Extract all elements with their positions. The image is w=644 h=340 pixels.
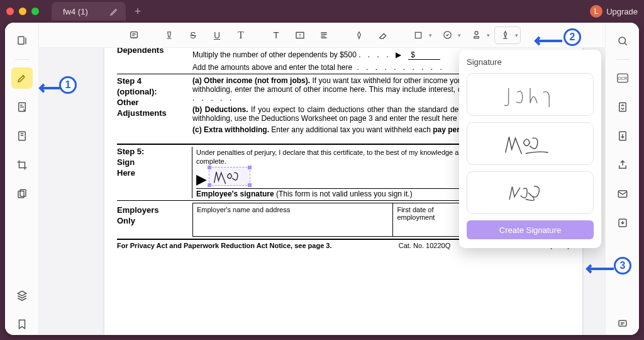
- save-icon[interactable]: [612, 212, 633, 234]
- layers-icon[interactable]: [11, 285, 33, 306]
- chevron-down-icon: ▾: [487, 32, 490, 38]
- eraser-icon[interactable]: [372, 26, 394, 44]
- svg-point-11: [619, 37, 626, 44]
- upgrade-label: Upgrade: [606, 7, 638, 16]
- pen-icon[interactable]: [348, 26, 370, 44]
- document-tab[interactable]: fw4 (1): [52, 2, 126, 21]
- chevron-down-icon: ▾: [458, 32, 461, 38]
- multiply-line: Multiply the number of other dependents …: [192, 50, 357, 59]
- add-line: Add the amounts above and enter the tota…: [192, 63, 352, 72]
- upgrade-button[interactable]: L Upgrade: [590, 5, 638, 18]
- stamp-tool-icon[interactable]: ▾: [465, 26, 492, 44]
- svg-point-10: [475, 31, 478, 35]
- callout-2: 2: [564, 28, 581, 46]
- separator: [616, 59, 630, 60]
- svg-text:T: T: [299, 33, 301, 37]
- sign-arrow-icon: ▶: [196, 171, 207, 187]
- svg-text:OCR: OCR: [618, 76, 627, 81]
- dollar-field[interactable]: $: [408, 50, 440, 60]
- separator: [15, 59, 29, 60]
- search-icon[interactable]: [612, 30, 633, 52]
- export-icon[interactable]: [612, 125, 633, 147]
- window-zoom-dot[interactable]: [31, 8, 39, 15]
- callout-3: 3: [614, 257, 631, 275]
- highlight-pen-icon[interactable]: [158, 26, 180, 44]
- window-minimize-dot[interactable]: [19, 8, 26, 15]
- share-icon[interactable]: [612, 154, 633, 176]
- comments-icon[interactable]: [612, 314, 633, 335]
- textbox-icon[interactable]: T: [289, 26, 311, 44]
- signature-option-1[interactable]: [467, 73, 594, 116]
- signature-popover: Signature Create Signature: [459, 50, 601, 248]
- text-style-icon[interactable]: T: [230, 26, 252, 44]
- pencil-icon[interactable]: [109, 6, 119, 16]
- new-tab-button[interactable]: +: [131, 5, 145, 18]
- dependents-label: Dependents: [117, 48, 164, 55]
- ocr-icon[interactable]: OCR: [612, 67, 633, 89]
- page-edit-icon[interactable]: [11, 125, 33, 147]
- svg-rect-8: [415, 32, 421, 38]
- window-close-dot[interactable]: [6, 8, 14, 15]
- annotation-toolbar: S U T T T ▾ ▾ ▾ ▾: [39, 23, 605, 48]
- crop-icon[interactable]: [11, 154, 33, 176]
- left-sidebar: [5, 23, 39, 335]
- bookmark-icon[interactable]: [11, 314, 33, 335]
- signature-option-2[interactable]: [467, 122, 594, 165]
- chevron-down-icon: ▾: [429, 32, 432, 38]
- signature-option-3[interactable]: [467, 171, 594, 214]
- create-signature-button[interactable]: Create Signature: [467, 220, 594, 239]
- right-sidebar: OCR: [605, 23, 639, 335]
- document-viewport[interactable]: Dependents Multiply the number of other …: [39, 48, 605, 335]
- popover-title: Signature: [467, 57, 594, 67]
- note-icon[interactable]: [123, 26, 145, 44]
- employer-name-cell[interactable]: Employer's name and address: [193, 203, 393, 236]
- mail-icon[interactable]: [612, 183, 633, 205]
- paragraph-icon[interactable]: [313, 26, 335, 44]
- signature-tool-icon[interactable]: ▾: [494, 26, 521, 44]
- shape-tool-icon[interactable]: ▾: [408, 26, 434, 44]
- highlighter-icon[interactable]: [11, 67, 33, 89]
- status-tool-icon[interactable]: ▾: [436, 26, 463, 44]
- user-avatar: L: [590, 5, 602, 18]
- callout-1: 1: [59, 76, 77, 94]
- pages-icon[interactable]: [11, 183, 33, 205]
- strikethrough-icon[interactable]: S: [182, 26, 204, 44]
- thumbnails-icon[interactable]: [11, 30, 33, 52]
- tab-title: fw4 (1): [63, 7, 88, 16]
- text-tool-icon[interactable]: T: [265, 26, 287, 44]
- svg-rect-0: [18, 37, 24, 44]
- svg-rect-5: [131, 31, 138, 37]
- underline-icon[interactable]: U: [206, 26, 228, 44]
- chevron-down-icon: ▾: [515, 32, 518, 38]
- form-fill-icon[interactable]: [11, 96, 33, 118]
- convert-icon[interactable]: [612, 96, 633, 118]
